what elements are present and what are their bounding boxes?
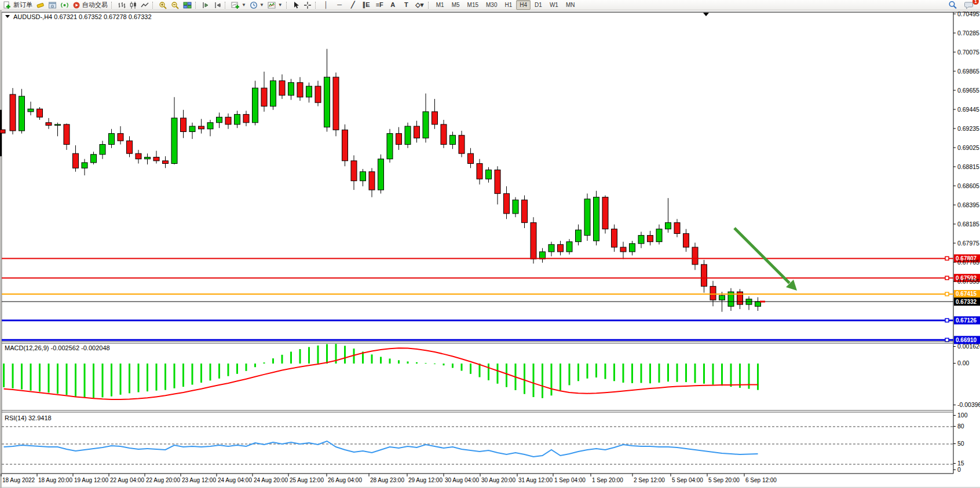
- market-watch-button[interactable]: [46, 1, 58, 10]
- candle-body: [199, 126, 204, 129]
- fibonacci-button[interactable]: ≡F: [373, 0, 386, 9]
- tile-windows-icon: [183, 1, 192, 9]
- candle-body: [692, 247, 698, 265]
- shapes-button[interactable]: ◇▾: [413, 1, 426, 10]
- templates-button[interactable]: ▼: [266, 1, 284, 10]
- candle-body: [468, 153, 474, 163]
- text-button[interactable]: A: [386, 0, 400, 9]
- zoom-out-button[interactable]: [169, 1, 181, 10]
- chart-shift-button[interactable]: [211, 1, 223, 10]
- label-button[interactable]: T: [400, 0, 413, 9]
- candle-body: [620, 247, 626, 252]
- candle-body: [531, 223, 536, 259]
- macd-histogram-bar: [533, 364, 535, 397]
- chat-button[interactable]: 1: [963, 1, 975, 10]
- macd-histogram-bar: [246, 364, 247, 371]
- chart-canvas[interactable]: 0.678070.675920.674150.673320.671260.669…: [0, 0, 980, 488]
- autoscroll-button[interactable]: [200, 1, 211, 10]
- candle-body: [73, 153, 79, 168]
- macd-histogram-bar: [757, 364, 759, 390]
- new-order-button[interactable]: 新订单: [2, 1, 34, 10]
- equidistant-channel-button[interactable]: ∥E: [360, 1, 373, 10]
- candle-body: [576, 230, 582, 241]
- tile-windows-button[interactable]: [181, 1, 193, 10]
- timeframe-button-h4[interactable]: H4: [516, 0, 531, 10]
- timeframe-button-d1[interactable]: D1: [531, 0, 546, 10]
- macd-histogram-bar: [299, 349, 301, 364]
- timeframe-button-w1[interactable]: W1: [546, 0, 562, 10]
- zoom-in-button[interactable]: [157, 1, 169, 10]
- price-axis-label: 0.69025: [957, 144, 979, 151]
- trendline-button[interactable]: ╱: [346, 1, 360, 10]
- timeframe-button-m1[interactable]: M1: [433, 0, 448, 10]
- metaeditor-button[interactable]: [34, 1, 46, 10]
- indicators-button[interactable]: ▼: [229, 1, 248, 10]
- macd-histogram-bar: [164, 364, 166, 390]
- chart-window[interactable]: 0.678070.675920.674150.673320.671260.669…: [0, 0, 980, 488]
- candle-body: [19, 96, 25, 131]
- price-line-handle[interactable]: [945, 338, 949, 342]
- price-line-handle[interactable]: [945, 276, 949, 280]
- autotrading-button[interactable]: 自动交易: [71, 1, 109, 10]
- macd-histogram-bar: [569, 364, 571, 385]
- search-button[interactable]: [946, 1, 959, 10]
- vertical-line-button[interactable]: │: [320, 0, 333, 9]
- macd-histogram-bar: [721, 364, 723, 386]
- toolbar-separator: [111, 2, 115, 9]
- candle-body: [638, 236, 644, 244]
- macd-histogram-bar: [649, 364, 651, 383]
- macd-histogram-bar: [308, 347, 310, 364]
- candle-body: [127, 141, 133, 153]
- date-axis-label: 5 Sep 20:00: [708, 477, 740, 483]
- candle-body: [396, 134, 402, 145]
- signals-icon: [60, 1, 69, 9]
- timeframe-button-h1[interactable]: H1: [501, 0, 515, 10]
- macd-histogram-bar: [272, 358, 274, 364]
- price-line-handle[interactable]: [945, 318, 949, 322]
- candle-body: [719, 295, 725, 300]
- macd-histogram-bar: [84, 364, 86, 398]
- macd-histogram-bar: [470, 364, 471, 374]
- candle-body: [64, 124, 70, 145]
- line-chart-button[interactable]: [139, 1, 151, 10]
- cursor-button[interactable]: [291, 1, 302, 10]
- candle-body: [55, 124, 61, 126]
- candle-body: [153, 157, 159, 160]
- crosshair-button[interactable]: [302, 1, 313, 10]
- signals-button[interactable]: [58, 1, 71, 10]
- cursor-arrow-icon: [292, 1, 300, 9]
- macd-histogram-bar: [120, 364, 122, 395]
- candlestick-chart-button[interactable]: [127, 1, 139, 10]
- candle-body: [387, 134, 393, 159]
- timeframe-button-mn[interactable]: MN: [562, 0, 579, 10]
- candle-body: [441, 124, 447, 145]
- new-order-icon: [3, 1, 12, 9]
- candle-body: [423, 112, 429, 138]
- candle-body: [504, 193, 510, 214]
- chevron-down-icon: ▼: [278, 3, 283, 8]
- horizontal-line-button[interactable]: ─: [333, 0, 346, 9]
- bar-chart-button[interactable]: [116, 1, 127, 10]
- macd-histogram-bar: [613, 364, 615, 381]
- price-axis-label: 0.67975: [957, 240, 979, 247]
- timeframe-button-m15[interactable]: M15: [464, 0, 482, 10]
- macd-histogram-bar: [326, 344, 328, 364]
- macd-histogram-bar: [57, 364, 58, 394]
- crosshair-icon: [303, 1, 312, 9]
- metaeditor-icon: [36, 1, 45, 9]
- add-indicator-icon: [231, 1, 240, 9]
- timeframe-button-m30[interactable]: M30: [482, 0, 500, 10]
- price-axis-label: 0.70075: [957, 49, 979, 56]
- price-line-handle[interactable]: [945, 256, 949, 260]
- candle-body: [414, 126, 420, 138]
- macd-histogram-bar: [497, 364, 499, 384]
- date-axis-label: 6 Sep 12:00: [745, 477, 777, 483]
- price-line-handle[interactable]: [945, 292, 949, 296]
- macd-histogram-bar: [712, 364, 714, 385]
- timeframe-group: M1M5M15M30H1H4D1W1MN: [433, 0, 579, 10]
- periods-button[interactable]: ▼: [248, 1, 266, 10]
- date-axis-label: 2 Sep 12:00: [634, 477, 665, 483]
- market-watch-icon: [48, 1, 57, 9]
- candle-body: [612, 229, 617, 247]
- timeframe-button-m5[interactable]: M5: [448, 0, 463, 10]
